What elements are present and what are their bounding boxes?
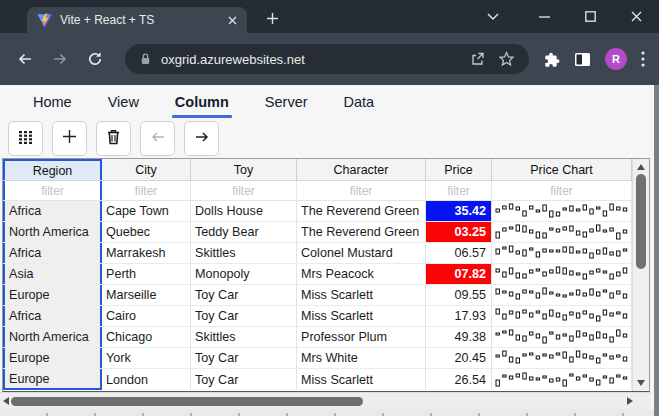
filter-input-region[interactable] [5, 181, 100, 200]
menu-item-server[interactable]: Server [265, 89, 308, 115]
browser-tab[interactable]: Vite + React + TS [27, 7, 247, 33]
cell-city[interactable]: Marseille [102, 285, 191, 305]
cell-city[interactable]: Quebec [102, 222, 191, 242]
cell-toy[interactable]: Teddy Bear [191, 222, 297, 242]
filter-input-price[interactable] [426, 181, 491, 200]
cell-price[interactable]: 49.38 [426, 327, 492, 347]
cell-price[interactable]: 26.54 [426, 369, 492, 390]
minimize-button[interactable] [521, 0, 567, 33]
scroll-right-arrow-icon[interactable] [627, 397, 633, 405]
column-header-city[interactable]: City [102, 159, 191, 180]
cell-toy[interactable]: Skittles [191, 243, 297, 263]
cell-price-chart-sparkline[interactable] [492, 369, 632, 390]
cell-region[interactable]: Europe [3, 348, 102, 368]
cell-character[interactable]: Colonel Mustard [297, 243, 426, 263]
cell-region[interactable]: North America [3, 222, 102, 242]
column-header-region[interactable]: Region [3, 159, 102, 180]
cell-character[interactable]: The Reverend Green [297, 201, 426, 221]
filter-input-chart[interactable] [492, 181, 631, 200]
cell-price-chart-sparkline[interactable] [492, 222, 632, 242]
cell-price-chart-sparkline[interactable] [492, 348, 632, 368]
cell-city[interactable]: York [102, 348, 191, 368]
cell-character[interactable]: Mrs White [297, 348, 426, 368]
cell-character[interactable]: The Reverend Green [297, 222, 426, 242]
cell-price[interactable]: 35.42 [426, 201, 492, 221]
share-icon[interactable] [470, 51, 486, 67]
cell-region[interactable]: Asia [3, 264, 102, 284]
cell-region[interactable]: Africa [3, 243, 102, 263]
cell-price-chart-sparkline[interactable] [492, 201, 632, 221]
cell-city[interactable]: Marrakesh [102, 243, 191, 263]
cell-price-chart-sparkline[interactable] [492, 243, 632, 263]
vertical-scrollbar-thumb[interactable] [636, 174, 646, 269]
column-header-character[interactable]: Character [297, 159, 426, 180]
menu-item-home[interactable]: Home [33, 89, 72, 115]
url-bar[interactable]: oxgrid.azurewebsites.net [125, 44, 529, 74]
cell-price-chart-sparkline[interactable] [492, 327, 632, 347]
cell-price[interactable]: 17.93 [426, 306, 492, 326]
cell-price[interactable]: 06.57 [426, 243, 492, 263]
forward-button[interactable] [45, 44, 75, 74]
column-header-toy[interactable]: Toy [191, 159, 297, 180]
cell-region[interactable]: North America [3, 327, 102, 347]
vertical-scrollbar[interactable] [632, 159, 649, 391]
cell-price[interactable]: 20.45 [426, 348, 492, 368]
cell-region[interactable]: Europe [3, 285, 102, 305]
scroll-left-arrow-icon[interactable] [3, 397, 9, 405]
filter-input-toy[interactable] [191, 181, 296, 200]
cell-toy[interactable]: Monopoly [191, 264, 297, 284]
cell-city[interactable]: London [102, 369, 191, 390]
cell-city[interactable]: Cairo [102, 306, 191, 326]
add-column-button[interactable] [52, 121, 87, 156]
cell-character[interactable]: Miss Scarlett [297, 306, 426, 326]
reload-button[interactable] [80, 44, 110, 74]
cell-city[interactable]: Cape Town [102, 201, 191, 221]
horizontal-scrollbar-thumb[interactable] [11, 397, 363, 406]
cell-toy[interactable]: Toy Car [191, 348, 297, 368]
scroll-up-arrow-icon[interactable] [637, 164, 645, 170]
menu-item-data[interactable]: Data [344, 89, 375, 115]
cell-city[interactable]: Perth [102, 264, 191, 284]
side-panel-icon[interactable] [574, 52, 591, 67]
cell-price[interactable]: 09.55 [426, 285, 492, 305]
maximize-button[interactable] [567, 0, 613, 33]
cell-price-chart-sparkline[interactable] [492, 306, 632, 326]
extensions-puzzle-icon[interactable] [543, 51, 560, 68]
menu-item-column[interactable]: Column [175, 89, 229, 115]
filter-input-character[interactable] [297, 181, 425, 200]
kebab-menu-icon[interactable] [641, 51, 645, 67]
cell-price[interactable]: 07.82 [426, 264, 492, 284]
cell-price[interactable]: 03.25 [426, 222, 492, 242]
cell-price-chart-sparkline[interactable] [492, 285, 632, 305]
delete-column-button[interactable] [96, 121, 131, 156]
column-header-chart[interactable]: Price Chart [492, 159, 632, 180]
close-button[interactable] [613, 0, 659, 33]
cell-character[interactable]: Mrs Peacock [297, 264, 426, 284]
menu-item-view[interactable]: View [108, 89, 139, 115]
profile-avatar[interactable]: R [605, 48, 627, 70]
cell-price-chart-sparkline[interactable] [492, 264, 632, 284]
choose-columns-button[interactable] [8, 121, 43, 156]
scroll-down-arrow-icon[interactable] [637, 380, 645, 386]
cell-toy[interactable]: Toy Car [191, 306, 297, 326]
new-tab-button[interactable] [260, 8, 284, 28]
move-column-right-button[interactable] [184, 121, 219, 156]
tab-close-icon[interactable] [224, 12, 240, 28]
cell-region[interactable]: Africa [3, 306, 102, 326]
horizontal-scrollbar[interactable] [0, 392, 651, 409]
cell-region[interactable]: Europe [3, 369, 102, 390]
filter-input-city[interactable] [102, 181, 190, 200]
cell-region[interactable]: Africa [3, 201, 102, 221]
tab-search-chevron-icon[interactable] [473, 0, 513, 33]
cell-character[interactable]: Miss Scarlett [297, 369, 426, 390]
cell-toy[interactable]: Toy Car [191, 285, 297, 305]
cell-toy[interactable]: Dolls House [191, 201, 297, 221]
cell-toy[interactable]: Skittles [191, 327, 297, 347]
cell-toy[interactable]: Toy Car [191, 369, 297, 390]
bookmark-star-icon[interactable] [498, 51, 515, 67]
move-column-left-button[interactable] [140, 121, 175, 156]
column-header-price[interactable]: Price [426, 159, 492, 180]
cell-city[interactable]: Chicago [102, 327, 191, 347]
back-button[interactable] [10, 44, 40, 74]
cell-character[interactable]: Professor Plum [297, 327, 426, 347]
